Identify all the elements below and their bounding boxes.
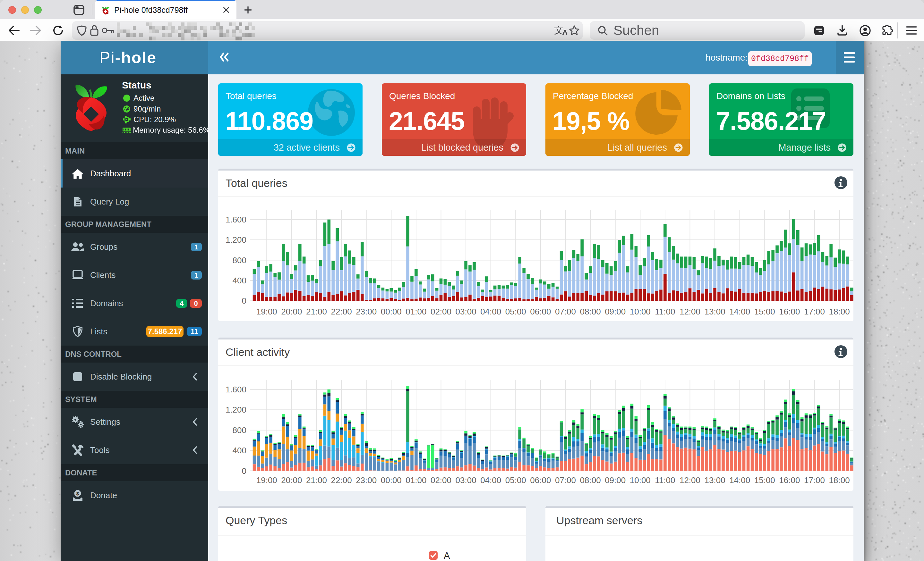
svg-text:14:00: 14:00 [729, 307, 750, 316]
svg-text:400: 400 [232, 276, 246, 285]
svg-text:14:00: 14:00 [729, 476, 750, 485]
svg-text:1.200: 1.200 [225, 235, 246, 245]
svg-text:17:00: 17:00 [804, 307, 825, 316]
svg-text:01:00: 01:00 [405, 476, 426, 485]
svg-text:18:00: 18:00 [829, 476, 850, 485]
svg-text:0: 0 [242, 296, 246, 305]
svg-text:02:00: 02:00 [430, 307, 452, 316]
svg-text:04:00: 04:00 [480, 307, 501, 316]
svg-text:05:00: 05:00 [506, 307, 526, 316]
svg-text:16:00: 16:00 [779, 476, 800, 485]
svg-text:00:00: 00:00 [381, 307, 402, 316]
svg-text:12:00: 12:00 [680, 307, 700, 316]
svg-text:03:00: 03:00 [456, 307, 476, 316]
svg-text:17:00: 17:00 [804, 476, 825, 485]
svg-text:21:00: 21:00 [306, 307, 327, 316]
svg-text:04:00: 04:00 [480, 476, 501, 485]
svg-text:18:00: 18:00 [829, 307, 850, 316]
svg-text:03:00: 03:00 [456, 476, 476, 485]
svg-text:800: 800 [232, 425, 246, 435]
svg-text:$: $ [76, 491, 79, 496]
svg-text:1.200: 1.200 [225, 405, 246, 414]
svg-text:08:00: 08:00 [580, 307, 601, 316]
svg-text:09:00: 09:00 [605, 307, 626, 316]
svg-text:22:00: 22:00 [331, 307, 352, 316]
svg-text:05:00: 05:00 [506, 476, 526, 485]
svg-text:01:00: 01:00 [405, 307, 426, 316]
svg-text:0: 0 [242, 466, 246, 476]
svg-text:12:00: 12:00 [680, 476, 700, 485]
svg-text:1.600: 1.600 [225, 385, 246, 394]
svg-text:15:00: 15:00 [754, 307, 775, 316]
svg-text:07:00: 07:00 [555, 307, 576, 316]
svg-text:800: 800 [232, 256, 246, 265]
svg-text:09:00: 09:00 [605, 476, 626, 485]
svg-text:23:00: 23:00 [356, 307, 376, 316]
svg-text:19:00: 19:00 [256, 476, 277, 485]
svg-text:10:00: 10:00 [630, 476, 651, 485]
svg-text:06:00: 06:00 [530, 476, 551, 485]
svg-text:13:00: 13:00 [705, 476, 725, 485]
svg-text:11:00: 11:00 [655, 476, 675, 485]
svg-text:20:00: 20:00 [281, 476, 302, 485]
svg-text:10:00: 10:00 [630, 307, 651, 316]
svg-text:20:00: 20:00 [281, 307, 302, 316]
svg-text:00:00: 00:00 [381, 476, 402, 485]
svg-text:13:00: 13:00 [705, 307, 725, 316]
svg-text:07:00: 07:00 [555, 476, 576, 485]
svg-text:21:00: 21:00 [306, 476, 327, 485]
svg-text:19:00: 19:00 [256, 307, 277, 316]
svg-text:11:00: 11:00 [655, 307, 675, 316]
svg-text:08:00: 08:00 [580, 476, 601, 485]
svg-text:400: 400 [232, 446, 246, 455]
svg-text:1.600: 1.600 [225, 215, 246, 224]
svg-text:22:00: 22:00 [331, 476, 352, 485]
svg-text:16:00: 16:00 [779, 307, 800, 316]
svg-text:02:00: 02:00 [430, 476, 452, 485]
svg-text:23:00: 23:00 [356, 476, 376, 485]
svg-text:15:00: 15:00 [754, 476, 775, 485]
svg-text:06:00: 06:00 [530, 307, 551, 316]
